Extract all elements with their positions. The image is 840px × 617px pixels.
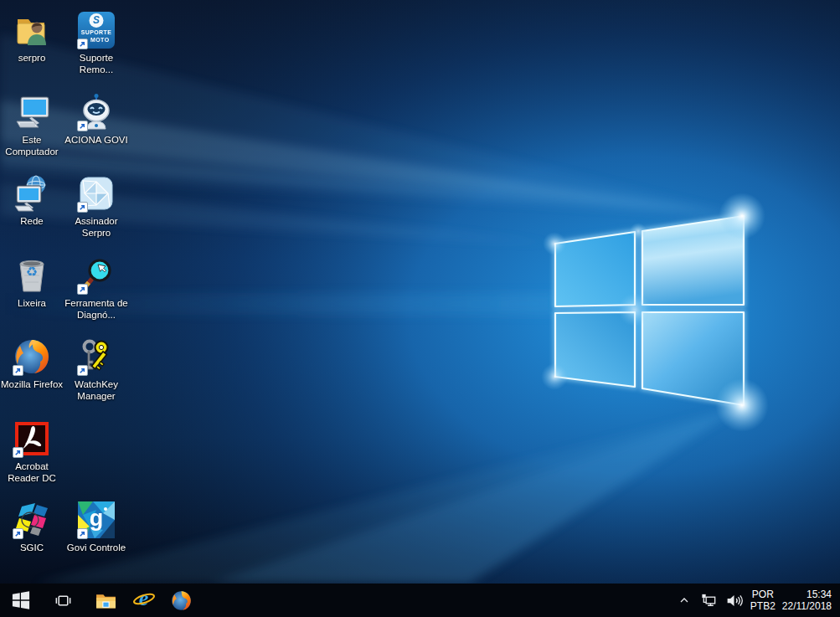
- file-explorer-button[interactable]: [87, 584, 125, 617]
- desktop-icon-label: Este Computador: [0, 135, 65, 157]
- clock[interactable]: 15:34 22/11/2018: [782, 589, 832, 613]
- network-globe-icon: [12, 173, 52, 213]
- robot-icon: [76, 92, 116, 132]
- desktop-icon-label: Suporte Remo...: [63, 53, 130, 75]
- chevron-up-icon: [678, 594, 691, 607]
- clock-time: 15:34: [782, 589, 832, 601]
- task-view-icon: [54, 591, 73, 610]
- desktop-icon-este-computador[interactable]: Este Computador: [0, 92, 64, 157]
- tile-text-line2: MOTO: [90, 37, 109, 43]
- firefox-button[interactable]: [162, 584, 200, 617]
- desktop-icon-serpro[interactable]: serpro: [0, 10, 64, 64]
- suporte-logo-letter: S: [90, 13, 104, 28]
- shortcut-arrow-icon: [77, 121, 88, 131]
- desktop-icon-label: Rede: [0, 216, 65, 228]
- desktop-icon-suporte-remoto[interactable]: S SUPORTE MOTO Suporte Remo...: [64, 10, 128, 75]
- shortcut-arrow-icon: [13, 365, 23, 376]
- desktop-icon-label: Mozilla Firefox: [0, 379, 65, 391]
- task-view-button[interactable]: [44, 584, 82, 617]
- desktop-icon-label: ACIONA GOVI: [63, 135, 130, 147]
- govi-tile-icon: g: [76, 500, 116, 540]
- language-code: POR: [750, 589, 776, 601]
- desktop-icon-govi-controle[interactable]: g Govi Controle: [64, 500, 128, 554]
- shortcut-arrow-icon: [77, 39, 88, 49]
- taskbar: e: [0, 584, 840, 617]
- diamond-icon: [76, 173, 116, 213]
- desktop-icon-label: Acrobat Reader DC: [0, 461, 65, 484]
- acrobat-icon: [12, 419, 52, 459]
- desktop-icon-label: Govi Controle: [63, 542, 130, 554]
- shortcut-arrow-icon: [13, 447, 23, 458]
- magnifier-icon: [76, 255, 116, 296]
- network-tray-button[interactable]: [700, 591, 719, 609]
- tile-text-line1: SUPORTE: [78, 29, 115, 35]
- shortcut-arrow-icon: [77, 202, 88, 213]
- shortcut-arrow-icon: [13, 528, 23, 539]
- desktop-icon-label: Assinador Serpro: [63, 216, 130, 239]
- folder-icon: [95, 589, 117, 612]
- windows-logo-icon: [12, 591, 30, 609]
- windows-desktop: serpro S SUPORTE MOTO Suporte Remo...: [0, 0, 840, 617]
- clock-date: 22/11/2018: [782, 600, 832, 613]
- shortcut-arrow-icon: [77, 528, 88, 539]
- recycle-bin-icon: ♻: [12, 255, 52, 296]
- ie-icon: e: [132, 589, 156, 612]
- keys-icon: [76, 337, 116, 377]
- language-indicator[interactable]: POR PTB2: [750, 589, 776, 613]
- computer-icon: [12, 92, 52, 132]
- firefox-icon: [170, 589, 193, 612]
- start-button[interactable]: [2, 584, 39, 617]
- desktop-icon-label: serpro: [0, 53, 65, 64]
- firefox-icon: [12, 337, 52, 377]
- desktop-icon-label: Lixeira: [0, 298, 65, 310]
- user-folder-icon: [12, 10, 52, 50]
- suporte-remoto-tile-icon: S SUPORTE MOTO: [76, 10, 116, 50]
- desktop-icon-watchkey-manager[interactable]: WatchKey Manager: [64, 337, 128, 402]
- desktop-icon-label: SGIC: [0, 542, 65, 554]
- govi-logo-dot: [104, 507, 107, 511]
- desktop-icon-label: Ferramenta de Diagnó...: [63, 298, 130, 321]
- keyboard-layout: PTB2: [750, 600, 776, 613]
- internet-explorer-button[interactable]: e: [125, 584, 162, 617]
- desktop-icon-ferramenta-diagnostico[interactable]: Ferramenta de Diagnó...: [64, 255, 128, 321]
- desktop-icon-aciona-govi[interactable]: ACIONA GOVI: [64, 92, 128, 147]
- desktop-icon-mozilla-firefox[interactable]: Mozilla Firefox: [0, 337, 64, 391]
- volume-tray-button[interactable]: [725, 591, 744, 609]
- desktop-icon-rede[interactable]: Rede: [0, 173, 64, 228]
- recycle-symbol-icon: ♻: [12, 264, 52, 280]
- system-tray: POR PTB2 15:34 22/11/2018: [675, 589, 840, 613]
- speaker-icon: [725, 593, 743, 609]
- desktop-icon-lixeira[interactable]: ♻ Lixeira: [0, 255, 64, 310]
- desktop-icon-sgic[interactable]: SGIC: [0, 500, 64, 554]
- network-ethernet-icon: [700, 592, 718, 609]
- desktop-icon-acrobat-reader[interactable]: Acrobat Reader DC: [0, 419, 64, 484]
- shortcut-arrow-icon: [77, 365, 88, 376]
- desktop-icon-label: WatchKey Manager: [63, 379, 130, 402]
- desktop-icon-assinador-serpro[interactable]: Assinador Serpro: [64, 173, 128, 239]
- shortcut-arrow-icon: [77, 284, 88, 295]
- sgic-icon: [12, 500, 52, 540]
- tray-overflow-button[interactable]: [675, 591, 693, 609]
